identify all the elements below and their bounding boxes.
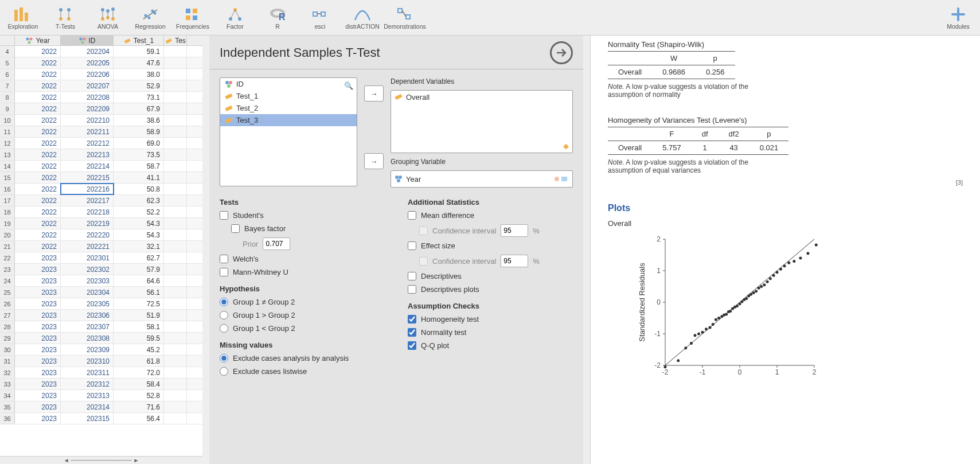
- grouping-variable-box[interactable]: Year: [391, 170, 573, 188]
- cell-test2[interactable]: [164, 172, 187, 183]
- cell-id[interactable]: 202216: [61, 184, 114, 194]
- cell-test2[interactable]: [164, 287, 187, 298]
- cell-id[interactable]: 202303: [61, 275, 114, 286]
- cell-id[interactable]: 202311: [61, 367, 114, 378]
- tool-r[interactable]: R R: [259, 2, 296, 34]
- mannwhitney-checkbox[interactable]: Mann-Whitney U: [220, 268, 385, 276]
- cell-test1[interactable]: 64.6: [114, 275, 164, 286]
- cell-year[interactable]: 2022: [15, 161, 61, 171]
- cell-id[interactable]: 202208: [61, 92, 114, 103]
- student-checkbox[interactable]: Student's: [220, 211, 385, 220]
- cell-id[interactable]: 202217: [61, 195, 114, 206]
- column-header-test_1[interactable]: Test_1: [114, 36, 164, 45]
- cell-test2[interactable]: [164, 149, 187, 160]
- table-row[interactable]: 10202220221038.6: [0, 115, 202, 126]
- dependent-variables-box[interactable]: Overall ◆: [391, 90, 573, 153]
- hyp-gt-radio[interactable]: Group 1 > Group 2: [220, 311, 385, 319]
- cell-year[interactable]: 2022: [15, 46, 61, 57]
- cell-year[interactable]: 2022: [15, 229, 61, 240]
- cell-test2[interactable]: [164, 161, 187, 171]
- cell-test1[interactable]: 56.4: [114, 413, 164, 424]
- cell-test2[interactable]: [164, 138, 187, 149]
- cell-test1[interactable]: 56.1: [114, 287, 164, 298]
- cell-test2[interactable]: [164, 69, 187, 80]
- cell-test1[interactable]: 69.0: [114, 138, 164, 149]
- var-item-test_3[interactable]: Test_3: [220, 114, 357, 126]
- table-row[interactable]: 28202320230758.1: [0, 321, 202, 333]
- cell-test2[interactable]: [164, 126, 187, 137]
- cell-test2[interactable]: [164, 57, 187, 68]
- cell-year[interactable]: 2023: [15, 321, 61, 332]
- cell-id[interactable]: 202204: [61, 46, 114, 57]
- tool-modules[interactable]: Modules: [941, 2, 975, 34]
- tool-ttests[interactable]: T-Tests: [47, 2, 84, 34]
- cell-test2[interactable]: [164, 252, 187, 263]
- prior-input[interactable]: [263, 237, 290, 250]
- cell-year[interactable]: 2022: [15, 241, 61, 252]
- cell-year[interactable]: 2023: [15, 367, 61, 378]
- cell-id[interactable]: 202308: [61, 333, 114, 344]
- move-to-dep-button[interactable]: →: [364, 85, 384, 102]
- cell-test2[interactable]: [164, 46, 187, 57]
- cell-year[interactable]: 2022: [15, 103, 61, 114]
- table-row[interactable]: 17202220221762.3: [0, 195, 202, 206]
- cell-year[interactable]: 2023: [15, 390, 61, 401]
- table-row[interactable]: 9202220220967.9: [0, 103, 202, 115]
- table-row[interactable]: 31202320231061.8: [0, 356, 202, 367]
- cell-year[interactable]: 2023: [15, 356, 61, 366]
- effsize-checkbox[interactable]: Effect size: [408, 241, 573, 250]
- cell-test2[interactable]: [164, 321, 187, 332]
- available-variables-list[interactable]: 🔍 IDTest_1Test_2Test_3: [220, 77, 357, 186]
- cell-id[interactable]: 202218: [61, 206, 114, 217]
- cell-test2[interactable]: [164, 367, 187, 378]
- cell-test1[interactable]: 50.8: [114, 184, 164, 194]
- cell-id[interactable]: 202305: [61, 298, 114, 309]
- cell-test1[interactable]: 51.9: [114, 310, 164, 321]
- table-row[interactable]: 30202320230945.2: [0, 344, 202, 356]
- cell-test2[interactable]: [164, 92, 187, 103]
- effsize-ci-checkbox[interactable]: Confidence interval: [419, 257, 496, 266]
- table-row[interactable]: 21202220222132.1: [0, 241, 202, 252]
- cell-test2[interactable]: [164, 344, 187, 355]
- table-row[interactable]: 13202220221373.5: [0, 149, 202, 161]
- tool-esci[interactable]: esci: [302, 2, 338, 34]
- qq-checkbox[interactable]: Q-Q plot: [408, 341, 573, 350]
- missing-analysis-radio[interactable]: Exclude cases analysis by analysis: [220, 354, 385, 362]
- cell-id[interactable]: 202309: [61, 344, 114, 355]
- cell-test1[interactable]: 32.1: [114, 241, 164, 252]
- cell-test1[interactable]: 52.2: [114, 206, 164, 217]
- tool-demonstrations[interactable]: Demonstrations: [386, 2, 423, 34]
- cell-test2[interactable]: [164, 218, 187, 229]
- cell-test2[interactable]: [164, 356, 187, 366]
- cell-test2[interactable]: [164, 115, 187, 126]
- cell-test1[interactable]: 59.1: [114, 46, 164, 57]
- cell-test1[interactable]: 58.7: [114, 161, 164, 171]
- hyp-lt-radio[interactable]: Group 1 < Group 2: [220, 324, 385, 333]
- cell-test1[interactable]: 47.6: [114, 57, 164, 68]
- cell-year[interactable]: 2023: [15, 413, 61, 424]
- cell-id[interactable]: 202207: [61, 80, 114, 91]
- tool-factor[interactable]: Factor: [217, 2, 253, 34]
- cell-test1[interactable]: 71.6: [114, 401, 164, 412]
- descriptives-checkbox[interactable]: Descriptives: [408, 272, 573, 280]
- cell-test1[interactable]: 52.9: [114, 80, 164, 91]
- cell-test1[interactable]: 72.0: [114, 367, 164, 378]
- cell-id[interactable]: 202205: [61, 57, 114, 68]
- cell-id[interactable]: 202212: [61, 138, 114, 149]
- column-header-id[interactable]: ID: [61, 36, 114, 45]
- tool-anova[interactable]: ANOVA: [89, 2, 126, 34]
- table-row[interactable]: 18202220221852.2: [0, 206, 202, 218]
- cell-year[interactable]: 2022: [15, 69, 61, 80]
- table-row[interactable]: 33202320231258.4: [0, 379, 202, 390]
- cell-test2[interactable]: [164, 298, 187, 309]
- cell-year[interactable]: 2023: [15, 287, 61, 298]
- var-item-test_2[interactable]: Test_2: [220, 102, 357, 114]
- cell-test1[interactable]: 58.1: [114, 321, 164, 332]
- table-row[interactable]: 36202320231556.4: [0, 413, 202, 424]
- cell-test1[interactable]: 41.1: [114, 172, 164, 183]
- cell-id[interactable]: 202313: [61, 390, 114, 401]
- cell-test1[interactable]: 72.5: [114, 298, 164, 309]
- table-row[interactable]: 8202220220873.1: [0, 92, 202, 103]
- cell-id[interactable]: 202306: [61, 310, 114, 321]
- welch-checkbox[interactable]: Welch's: [220, 255, 385, 263]
